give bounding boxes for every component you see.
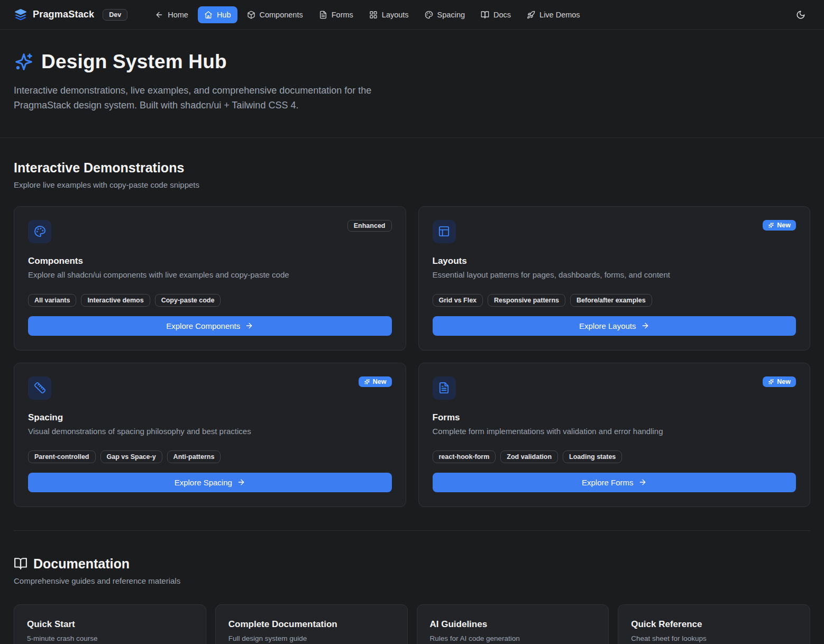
tag: Interactive demos: [81, 294, 150, 307]
card-description: Visual demonstrations of spacing philoso…: [28, 427, 392, 436]
card-description: Essential layout patterns for pages, das…: [433, 270, 796, 279]
documentation-subheading: Comprehensive guides and reference mater…: [14, 576, 810, 585]
nav-label: Hub: [217, 11, 231, 19]
nav-label: Home: [168, 11, 188, 19]
tag: Parent-controlled: [28, 450, 96, 463]
tag: Zod validation: [500, 450, 558, 463]
house-icon: [204, 11, 213, 19]
book-open-icon: [481, 11, 489, 19]
nav-item-hub[interactable]: Hub: [198, 6, 237, 23]
tag: Anti-patterns: [167, 450, 221, 463]
book-open-icon: [14, 557, 28, 571]
documentation-section: Documentation Comprehensive guides and r…: [14, 531, 810, 644]
card-title: Layouts: [433, 256, 796, 266]
nav-item-live-demos[interactable]: Live Demos: [520, 6, 587, 23]
demo-card-components: Enhanced Components Explore all shadcn/u…: [14, 206, 406, 351]
nav-item-components[interactable]: Components: [241, 6, 309, 23]
nav-label: Components: [260, 11, 303, 19]
doc-card-description: Cheat sheet for lookups: [631, 634, 797, 642]
button-label: Explore Spacing: [175, 478, 232, 487]
brand-title: PragmaStack: [33, 9, 94, 20]
sparkles-icon: [768, 222, 774, 228]
tag-row: Grid vs Flex Responsive patterns Before/…: [433, 294, 796, 307]
tag: Copy-paste code: [155, 294, 221, 307]
sparkles-icon: [14, 52, 34, 72]
arrow-right-icon: [237, 478, 245, 486]
explore-spacing-button[interactable]: Explore Spacing: [28, 473, 392, 492]
hero-section: Design System Hub Interactive demonstrat…: [0, 30, 824, 138]
documentation-heading: Documentation: [33, 556, 130, 572]
demo-card-forms: New Forms Complete form implementations …: [418, 363, 811, 507]
page-description: Interactive demonstrations, live example…: [14, 84, 408, 113]
badge-label: New: [777, 222, 791, 229]
palette-icon: [28, 220, 51, 243]
doc-card-quick-start[interactable]: Quick Start 5-minute crash course: [14, 604, 206, 644]
page: PragmaStack Dev Home Hub Components Form…: [0, 0, 824, 644]
tag-row: Parent-controlled Gap vs Space-y Anti-pa…: [28, 450, 392, 463]
tag: react-hook-form: [433, 450, 496, 463]
layout-grid-icon: [369, 11, 378, 19]
sparkles-icon: [768, 379, 774, 385]
doc-card-title: Complete Documentation: [228, 619, 395, 630]
ruler-icon: [28, 376, 51, 400]
theme-toggle-button[interactable]: [791, 5, 810, 24]
demo-card-layouts: New Layouts Essential layout patterns fo…: [418, 206, 811, 351]
nav-label: Docs: [493, 11, 511, 19]
doc-card-quick-reference[interactable]: Quick Reference Cheat sheet for lookups: [618, 604, 810, 644]
file-text-icon: [433, 376, 456, 400]
nav-item-spacing[interactable]: Spacing: [418, 6, 471, 23]
nav-items: Home Hub Components Forms Layouts Spacin…: [149, 6, 586, 23]
nav-label: Forms: [332, 11, 353, 19]
status-badge: Enhanced: [347, 220, 392, 232]
nav-label: Spacing: [437, 11, 465, 19]
brand[interactable]: PragmaStack Dev: [14, 8, 127, 22]
button-label: Explore Forms: [582, 478, 634, 487]
card-title: Components: [28, 256, 392, 266]
button-label: Explore Layouts: [579, 321, 636, 330]
new-badge: New: [763, 220, 796, 231]
doc-card-description: 5-minute crash course: [27, 634, 193, 642]
demos-subheading: Explore live examples with copy-paste co…: [14, 180, 810, 189]
top-nav: PragmaStack Dev Home Hub Components Form…: [0, 0, 824, 30]
explore-components-button[interactable]: Explore Components: [28, 316, 392, 336]
palette-icon: [425, 11, 433, 19]
doc-card-grid: Quick Start 5-minute crash course Comple…: [14, 604, 810, 644]
arrow-right-icon: [638, 478, 647, 486]
doc-card-title: AI Guidelines: [430, 619, 596, 630]
file-text-icon: [319, 11, 327, 19]
moon-icon: [796, 10, 805, 20]
explore-forms-button[interactable]: Explore Forms: [433, 473, 796, 492]
explore-layouts-button[interactable]: Explore Layouts: [433, 316, 796, 336]
tag: All variants: [28, 294, 76, 307]
badge-label: New: [373, 378, 387, 385]
tag-row: react-hook-form Zod validation Loading s…: [433, 450, 796, 463]
tag: Grid vs Flex: [433, 294, 483, 307]
box-icon: [247, 11, 255, 19]
badge-label: New: [777, 378, 791, 385]
arrow-right-icon: [641, 321, 649, 330]
env-badge: Dev: [103, 9, 127, 21]
doc-card-description: Rules for AI code generation: [430, 634, 596, 642]
nav-item-home[interactable]: Home: [149, 6, 195, 23]
doc-card-title: Quick Start: [27, 619, 193, 630]
doc-card-complete-documentation[interactable]: Complete Documentation Full design syste…: [215, 604, 408, 644]
layers-icon: [14, 8, 28, 22]
nav-item-docs[interactable]: Docs: [474, 6, 517, 23]
sparkles-icon: [364, 379, 370, 385]
doc-card-title: Quick Reference: [631, 619, 797, 630]
tag-row: All variants Interactive demos Copy-past…: [28, 294, 392, 307]
demo-card-grid: Enhanced Components Explore all shadcn/u…: [14, 206, 810, 507]
tag: Loading states: [563, 450, 622, 463]
nav-label: Layouts: [382, 11, 409, 19]
card-description: Complete form implementations with valid…: [433, 427, 796, 436]
panels-top-left-icon: [433, 220, 456, 243]
tag: Gap vs Space-y: [100, 450, 162, 463]
button-label: Explore Components: [166, 321, 240, 330]
nav-item-forms[interactable]: Forms: [313, 6, 360, 23]
demos-section: Interactive Demonstrations Explore live …: [14, 138, 810, 507]
card-title: Spacing: [28, 412, 392, 423]
arrow-left-icon: [155, 11, 163, 19]
nav-item-layouts[interactable]: Layouts: [363, 6, 415, 23]
doc-card-ai-guidelines[interactable]: AI Guidelines Rules for AI code generati…: [417, 604, 609, 644]
page-title: Design System Hub: [41, 51, 227, 73]
